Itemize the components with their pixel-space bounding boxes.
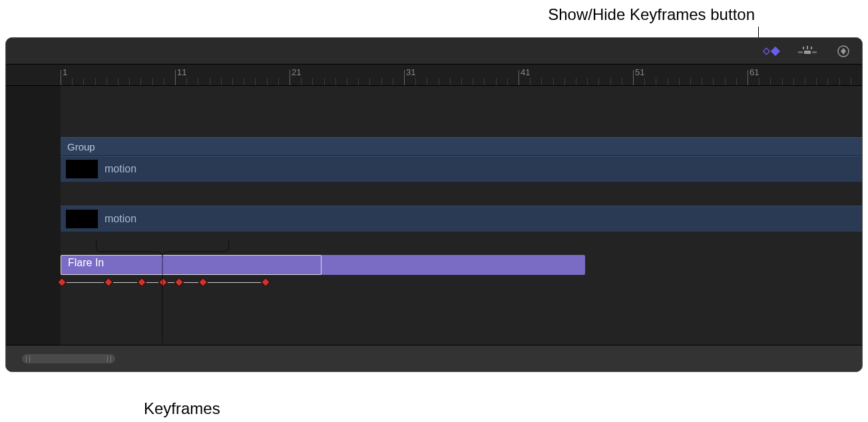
- ruler-tick-minor: [679, 78, 680, 85]
- ruler-tick-minor: [232, 78, 233, 85]
- ruler-tick-minor: [164, 78, 164, 85]
- keyframe-diamond[interactable]: [137, 278, 146, 287]
- ruler-tick-minor: [541, 78, 542, 85]
- ruler-tick-minor: [381, 78, 382, 85]
- timeline-toolbar: [6, 38, 862, 65]
- ruler-tick-major: [175, 70, 176, 85]
- ruler-tick-minor: [393, 78, 393, 85]
- svg-rect-2: [804, 51, 811, 54]
- ruler-label: 51: [635, 67, 644, 77]
- clip-label: motion: [105, 163, 136, 175]
- ruler-tick-minor: [312, 78, 313, 85]
- ruler-tick-minor: [644, 78, 645, 85]
- ruler-tick-minor: [816, 78, 817, 85]
- ruler-tick-minor: [725, 78, 726, 85]
- ruler-tick-major: [404, 70, 405, 85]
- timeline-ruler[interactable]: 1112131415161: [6, 65, 862, 86]
- clip-thumbnail: [66, 160, 98, 178]
- svg-rect-3: [798, 51, 803, 53]
- show-hide-keyframes-button[interactable]: [761, 43, 782, 59]
- ruler-tick-minor: [690, 78, 691, 85]
- ruler-tick-minor: [198, 78, 198, 85]
- ruler-tick-minor: [736, 78, 737, 85]
- track-gutter: [6, 86, 61, 345]
- ruler-tick-minor: [129, 78, 130, 85]
- ruler-tick-minor: [587, 78, 588, 85]
- ruler-tick-minor: [439, 78, 439, 85]
- ruler-tick-minor: [759, 78, 760, 85]
- svg-rect-6: [807, 46, 808, 49]
- ruler-tick-major: [519, 70, 519, 85]
- ruler-tick-minor: [107, 78, 107, 85]
- group-header-track[interactable]: Group: [61, 137, 862, 156]
- keyframe-diamond[interactable]: [104, 278, 113, 287]
- ruler-tick-minor: [484, 78, 485, 85]
- ruler-tick-minor: [118, 78, 118, 85]
- svg-rect-4: [812, 51, 817, 53]
- ruler-tick-major: [748, 70, 748, 85]
- ruler-tick-minor: [553, 78, 554, 85]
- keyframe-diamond[interactable]: [261, 278, 270, 287]
- ruler-tick-minor: [656, 78, 656, 85]
- ruler-tick-minor: [415, 78, 416, 85]
- ruler-tick-minor: [369, 78, 370, 85]
- clip-label: motion: [105, 213, 136, 225]
- ruler-tick-minor: [713, 78, 714, 85]
- ruler-tick-minor: [244, 78, 244, 85]
- timeline-footer: [6, 345, 862, 371]
- ruler-tick-minor: [210, 78, 210, 85]
- timeline-panel: 1112131415161 Group motion motion Flare …: [5, 37, 863, 372]
- ruler-label: 41: [521, 67, 530, 77]
- behavior-selection[interactable]: Flare In: [61, 255, 322, 275]
- ruler-tick-major: [290, 70, 290, 85]
- ruler-tick-minor: [851, 78, 851, 85]
- svg-rect-1: [771, 46, 780, 55]
- ruler-tick-minor: [301, 78, 302, 85]
- keyframe-diamond[interactable]: [174, 278, 184, 287]
- ruler-tick-minor: [530, 78, 531, 85]
- ruler-tick-minor: [839, 78, 840, 85]
- ruler-tick-minor: [83, 78, 84, 85]
- ruler-tick-minor: [793, 78, 794, 85]
- ruler-tick-minor: [782, 78, 783, 85]
- ruler-tick-minor: [450, 78, 451, 85]
- ruler-tick-minor: [507, 78, 508, 85]
- ruler-tick-minor: [668, 78, 668, 85]
- ruler-tick-minor: [564, 78, 565, 85]
- ruler-tick-minor: [186, 78, 187, 85]
- ruler-tick-minor: [152, 78, 153, 85]
- ruler-tick-minor: [622, 78, 622, 85]
- clip-track-1[interactable]: motion: [61, 156, 862, 182]
- keyframe-diamond[interactable]: [158, 278, 168, 287]
- ruler-tick-minor: [702, 78, 702, 85]
- ruler-label: 61: [750, 67, 759, 77]
- ruler-tick-minor: [473, 78, 473, 85]
- zoom-to-fit-icon[interactable]: [833, 43, 854, 59]
- ruler-tick-minor: [770, 78, 771, 85]
- svg-marker-9: [841, 48, 846, 55]
- ruler-tick-minor: [496, 78, 497, 85]
- clip-track-2[interactable]: motion: [61, 206, 862, 232]
- ruler-tick-minor: [461, 78, 462, 85]
- ruler-tick-minor: [255, 78, 256, 85]
- snapping-icon[interactable]: [797, 43, 818, 59]
- behavior-label: Flare In: [68, 257, 104, 269]
- ruler-tick-minor: [278, 78, 279, 85]
- ruler-tick-minor: [95, 78, 96, 85]
- keyframe-diamond[interactable]: [198, 278, 208, 287]
- behavior-track: Flare In: [61, 255, 862, 287]
- ruler-tick-minor: [358, 78, 359, 85]
- zoom-scroll-thumb[interactable]: [22, 354, 115, 363]
- ruler-tick-minor: [221, 78, 222, 85]
- ruler-tick-minor: [576, 78, 576, 85]
- clip-thumbnail: [66, 210, 98, 228]
- ruler-label: 11: [177, 67, 186, 77]
- ruler-label: 31: [406, 67, 415, 77]
- ruler-tick-minor: [347, 78, 347, 85]
- ruler-tick-minor: [335, 78, 336, 85]
- ruler-tick-minor: [140, 78, 141, 85]
- tracks-area: Group motion motion Flare In: [6, 86, 862, 345]
- svg-rect-7: [811, 47, 812, 49]
- ruler-tick-minor: [72, 78, 73, 85]
- ruler-tick-minor: [805, 78, 805, 85]
